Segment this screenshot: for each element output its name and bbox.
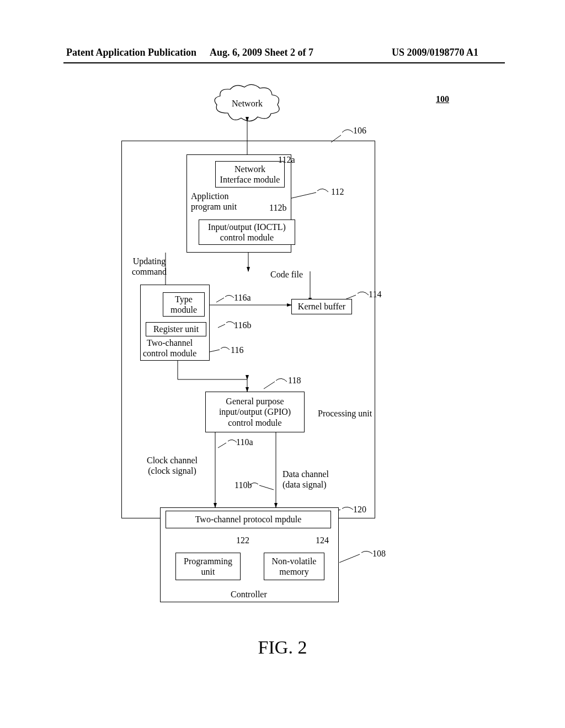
header-rule [63, 62, 505, 63]
header-publication: Patent Application Publication [66, 47, 196, 58]
kernel-buffer-text: Kernel buffer [298, 301, 345, 312]
two-channel-protocol-module-text: Two-channel protocol mpdule [195, 514, 302, 524]
updating-command-label: Updatingcommand [132, 256, 167, 277]
svg-line-12 [216, 298, 224, 302]
svg-line-19 [264, 382, 275, 389]
register-unit: Register unit [146, 322, 206, 336]
clock-channel-label: Clock channel(clock signal) [147, 455, 198, 476]
ref-116a: 116a [234, 292, 251, 303]
application-program-unit-label: Applictionprogram unit [191, 191, 237, 212]
ioctl-module-text: Input/output (IOCTL)control module [208, 222, 286, 243]
ioctl-module: Input/output (IOCTL)control module [199, 220, 295, 245]
header-date-sheet: Aug. 6, 2009 Sheet 2 of 7 [210, 47, 313, 58]
ref-108: 108 [372, 548, 386, 559]
svg-line-22 [218, 443, 226, 448]
ref-114: 114 [369, 289, 381, 299]
network-interface-module-text: NetworkInterface module [220, 164, 280, 185]
svg-line-15 [210, 350, 220, 352]
network-interface-module: NetworkInterface module [215, 161, 285, 188]
ref-122: 122 [236, 535, 249, 545]
svg-line-13 [218, 324, 225, 328]
type-module: Typemodule [163, 292, 205, 317]
ref-112b: 112b [269, 202, 286, 213]
ref-110b: 110b [234, 480, 252, 490]
header-pubnum: US 2009/0198770 A1 [392, 47, 478, 58]
nonvolatile-memory-text: Non-volatilememory [272, 556, 317, 577]
data-channel-label: Data channel(data signal) [282, 469, 329, 490]
two-channel-protocol-module: Two-channel protocol mpdule [166, 511, 331, 528]
type-module-text: Typemodule [170, 294, 197, 315]
gpio-control-module-text: General purposeinput/output (GPIO)contro… [219, 396, 291, 428]
diagram-fig2: 100 Network Processing unit [0, 77, 565, 629]
code-file-label: Code file [270, 269, 303, 280]
register-unit-text: Register unit [153, 324, 199, 334]
figure-caption: FIG. 2 [0, 637, 565, 658]
svg-line-1 [331, 135, 341, 142]
svg-line-29 [339, 554, 360, 563]
ref-124: 124 [316, 535, 329, 545]
kernel-buffer: Kernel buffer [291, 299, 352, 314]
svg-line-5 [290, 192, 316, 199]
controller-label: Controller [231, 589, 267, 599]
gpio-control-module: General purposeinput/output (GPIO)contro… [205, 392, 305, 432]
nonvolatile-memory: Non-volatilememory [264, 553, 324, 580]
programming-unit-text: Programmingunit [184, 556, 232, 577]
programming-unit: Programmingunit [175, 553, 241, 580]
svg-line-23 [259, 485, 274, 490]
ref-116b: 116b [234, 320, 251, 330]
ref-112: 112 [331, 186, 344, 197]
ref-120: 120 [353, 504, 366, 515]
ref-106: 106 [353, 125, 366, 136]
ref-118: 118 [288, 375, 301, 386]
ref-116: 116 [231, 345, 243, 355]
ref-110a: 110a [236, 437, 253, 447]
two-channel-control-module-label: Two-channelcontrol module [143, 338, 196, 358]
ref-112a: 112a [278, 154, 295, 165]
